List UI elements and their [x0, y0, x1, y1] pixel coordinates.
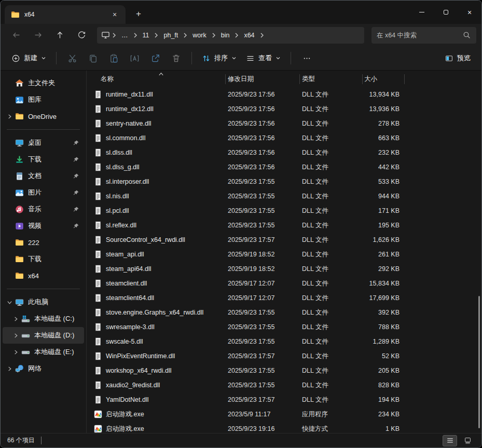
file-name-cell: 启动游戏.exe: [87, 410, 225, 419]
refresh-button[interactable]: [71, 27, 92, 44]
maximize-button[interactable]: [434, 1, 458, 24]
sort-button[interactable]: 排序: [197, 50, 241, 66]
column-header-name[interactable]: 名称: [87, 71, 225, 87]
file-row[interactable]: stove.engine.Graphs_x64_rwdi.dll2025/9/2…: [87, 305, 481, 320]
sidebar-item-本地磁盘 (C:)[interactable]: 本地磁盘 (C:): [3, 310, 84, 327]
breadcrumb[interactable]: … 11 ph_ft work bin x64: [97, 27, 364, 44]
file-size: 663 KB: [362, 134, 404, 142]
file-name-cell: WinPixEventRuntime.dll: [87, 352, 225, 360]
tab-close-icon[interactable]: ×: [108, 8, 121, 21]
share-button[interactable]: [145, 49, 166, 67]
search-box[interactable]: [371, 27, 476, 44]
file-row[interactable]: sl.nis.dll2025/9/23 17:55DLL 文件944 KB: [87, 189, 481, 203]
file-row[interactable]: WinPixEventRuntime.dll2025/9/23 17:57DLL…: [87, 349, 481, 363]
file-row[interactable]: 启动游戏.exe2023/5/9 11:17应用程序234 KB: [87, 407, 481, 422]
file-row[interactable]: workshop_x64_rwdi.dll2025/9/23 17:55DLL …: [87, 363, 481, 378]
tab-x64[interactable]: x64 ×: [5, 5, 126, 24]
chevron-right-icon[interactable]: [10, 316, 21, 322]
sidebar-item-下载[interactable]: 下载: [3, 151, 84, 168]
chevron-right-icon[interactable]: [4, 114, 15, 119]
file-row[interactable]: steam_api64.dll2025/9/19 18:52DLL 文件292 …: [87, 262, 481, 276]
file-date: 2025/9/23 17:55: [225, 367, 299, 374]
file-row[interactable]: sl.interposer.dll2025/9/23 17:55DLL 文件53…: [87, 174, 481, 189]
breadcrumb-overflow[interactable]: …: [118, 30, 131, 40]
chevron-right-icon[interactable]: [10, 333, 21, 338]
file-row[interactable]: xaudio2_9redist.dll2025/9/23 17:55DLL 文件…: [87, 378, 481, 392]
breadcrumb-item[interactable]: ph_ft: [160, 30, 181, 40]
chevron-right-icon[interactable]: [258, 32, 266, 38]
file-row[interactable]: sl.pcl.dll2025/9/23 17:55DLL 文件171 KB: [87, 203, 481, 218]
vertical-scrollbar[interactable]: [478, 296, 480, 428]
sidebar-item-本地磁盘 (D:)[interactable]: 本地磁盘 (D:): [3, 327, 84, 344]
close-button[interactable]: ×: [458, 1, 481, 24]
forward-button[interactable]: [27, 27, 48, 44]
file-row[interactable]: runtime_dx11.dll2025/9/23 17:56DLL 文件13,…: [87, 87, 481, 102]
paste-button[interactable]: [103, 49, 124, 67]
more-button[interactable]: [296, 49, 317, 67]
file-row[interactable]: sl.dlss.dll2025/9/23 17:56DLL 文件232 KB: [87, 145, 481, 160]
file-row[interactable]: runtime_dx12.dll2025/9/23 17:56DLL 文件13,…: [87, 102, 481, 116]
sidebar-item-本地磁盘 (E:)[interactable]: 本地磁盘 (E:): [3, 344, 84, 360]
file-row[interactable]: sentry-native.dll2025/9/23 17:56DLL 文件27…: [87, 116, 481, 131]
sidebar-item-图库[interactable]: 图库: [3, 91, 84, 108]
paste-icon: [109, 53, 119, 63]
up-button[interactable]: [49, 27, 70, 44]
sidebar-item-音乐[interactable]: 音乐: [3, 201, 84, 218]
column-divider[interactable]: [404, 74, 405, 84]
column-header-size[interactable]: 大小: [362, 71, 404, 87]
file-row[interactable]: sl.common.dll2025/9/23 17:56DLL 文件663 KB: [87, 131, 481, 145]
file-row[interactable]: 启动游戏.exe2025/9/23 19:16快捷方式1 KB: [87, 422, 481, 433]
rename-button[interactable]: [124, 49, 145, 67]
sidebar-item-OneDrive[interactable]: OneDrive: [3, 108, 84, 125]
sidebar-item-文档[interactable]: 文档: [3, 168, 84, 184]
search-input[interactable]: [377, 32, 462, 39]
new-button[interactable]: 新建: [7, 50, 51, 66]
file-date: 2025/9/23 17:55: [225, 178, 299, 185]
sidebar-item-x64[interactable]: x64: [3, 267, 84, 284]
breadcrumb-item[interactable]: 11: [140, 30, 153, 40]
breadcrumb-item[interactable]: work: [189, 30, 209, 40]
large-icons-view-button[interactable]: [460, 435, 475, 446]
copy-button[interactable]: [82, 49, 103, 67]
file-row[interactable]: sl.reflex.dll2025/9/23 17:55DLL 文件195 KB: [87, 218, 481, 233]
sidebar-item-图片[interactable]: 图片: [3, 184, 84, 201]
column-header-type-label: 类型: [302, 75, 315, 84]
details-view-button[interactable]: [443, 435, 457, 446]
breadcrumb-item-current[interactable]: x64: [241, 30, 257, 40]
new-tab-button[interactable]: +: [131, 6, 146, 22]
file-row[interactable]: YamlDotNet.dll2025/9/23 17:57DLL 文件194 K…: [87, 392, 481, 407]
back-button[interactable]: [6, 27, 26, 44]
chevron-down-icon[interactable]: [4, 300, 15, 305]
file-date: 2025/9/23 17:55: [225, 338, 299, 345]
dll-file-icon: [94, 148, 102, 157]
sidebar-item-视频[interactable]: 视频: [3, 218, 84, 234]
chevron-right-icon[interactable]: [4, 366, 15, 372]
file-row[interactable]: swresample-3.dll2025/9/23 17:55DLL 文件788…: [87, 320, 481, 334]
sidebar-item-网络[interactable]: 网络: [3, 360, 84, 377]
file-row[interactable]: SourceControl_x64_rwdi.dll2025/9/23 17:5…: [87, 233, 481, 247]
column-header-date[interactable]: 修改日期: [225, 71, 299, 87]
column-header-type[interactable]: 类型: [299, 71, 362, 87]
column-divider[interactable]: [362, 74, 363, 84]
sidebar-item-此电脑[interactable]: 此电脑: [3, 294, 84, 310]
file-row[interactable]: sl.dlss_g.dll2025/9/23 17:56DLL 文件442 KB: [87, 160, 481, 174]
file-row[interactable]: steam_api.dll2025/9/19 18:52DLL 文件261 KB: [87, 247, 481, 262]
minimize-button[interactable]: [410, 1, 434, 24]
cut-button[interactable]: [62, 49, 82, 67]
sidebar-item-桌面[interactable]: 桌面: [3, 134, 84, 151]
file-name-cell: steamclient64.dll: [87, 294, 225, 302]
sidebar-item-222[interactable]: 222: [3, 234, 84, 251]
delete-button[interactable]: [166, 49, 186, 67]
column-divider[interactable]: [225, 74, 226, 84]
file-row[interactable]: steamclient.dll2025/9/17 12:07DLL 文件15,8…: [87, 276, 481, 291]
chevron-right-icon[interactable]: [10, 349, 21, 355]
breadcrumb-item[interactable]: bin: [218, 30, 233, 40]
sidebar-item-下载[interactable]: 下载: [3, 251, 84, 267]
view-button[interactable]: 查看: [241, 50, 285, 66]
preview-button[interactable]: 预览: [440, 50, 475, 66]
column-divider[interactable]: [299, 74, 300, 84]
file-row[interactable]: steamclient64.dll2025/9/17 12:07DLL 文件17…: [87, 291, 481, 305]
exe-file-icon: [94, 410, 102, 418]
sidebar-item-主文件夹[interactable]: 主文件夹: [3, 75, 84, 91]
file-row[interactable]: swscale-5.dll2025/9/23 17:55DLL 文件1,289 …: [87, 334, 481, 349]
